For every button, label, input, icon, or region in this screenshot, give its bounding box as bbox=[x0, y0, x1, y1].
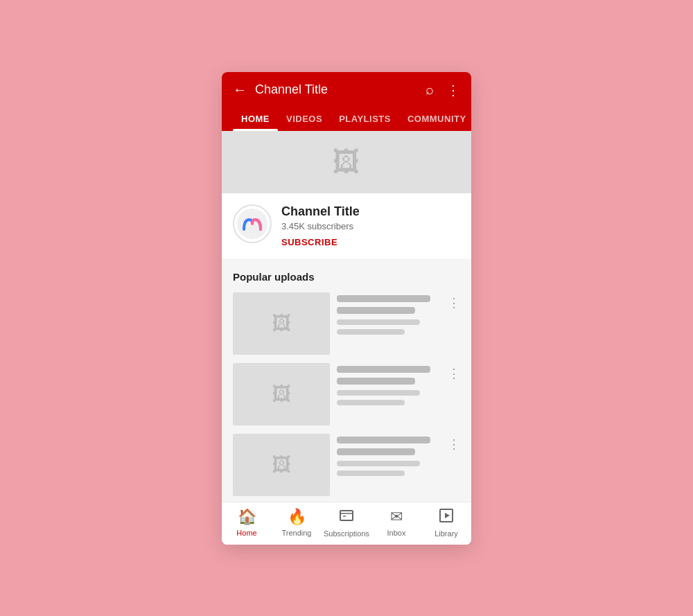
subscriptions-nav-label: Subscriptions bbox=[324, 529, 369, 538]
library-nav-label: Library bbox=[435, 529, 458, 538]
nav-item-subscriptions[interactable]: Subscriptions bbox=[322, 508, 371, 538]
video-details bbox=[337, 434, 441, 480]
channel-meta: Channel Title 3.45K subscribers SUBSCRIB… bbox=[281, 204, 460, 248]
trending-nav-label: Trending bbox=[281, 529, 311, 537]
nav-item-library[interactable]: Library bbox=[421, 508, 471, 538]
tab-home[interactable]: HOME bbox=[233, 107, 278, 131]
tab-community[interactable]: COMMUNITY bbox=[399, 107, 471, 131]
video-item[interactable]: 🖼 ⋮ bbox=[233, 434, 460, 496]
thumbnail-placeholder-icon: 🖼 bbox=[272, 312, 291, 335]
nav-item-inbox[interactable]: ✉ Inbox bbox=[371, 508, 421, 538]
phone-frame: ← Channel Title ⌕ ⋮ HOME VIDEOS PLAYLIST… bbox=[222, 72, 471, 545]
top-bar-right: ⌕ ⋮ bbox=[426, 82, 460, 98]
top-bar-left: ← Channel Title bbox=[233, 82, 328, 98]
banner-placeholder-icon: 🖼 bbox=[333, 146, 360, 177]
channel-banner: 🖼 bbox=[222, 131, 471, 193]
video-more-icon[interactable]: ⋮ bbox=[448, 366, 460, 381]
video-thumbnail: 🖼 bbox=[233, 292, 330, 355]
top-bar-channel-title: Channel Title bbox=[255, 82, 328, 97]
nav-item-home[interactable]: 🏠 Home bbox=[222, 508, 272, 538]
video-title-line-1 bbox=[337, 366, 430, 373]
top-bar: ← Channel Title ⌕ ⋮ HOME VIDEOS PLAYLIST… bbox=[222, 72, 471, 131]
video-meta-lines bbox=[337, 461, 441, 476]
video-thumbnail: 🖼 bbox=[233, 363, 330, 425]
back-icon[interactable]: ← bbox=[233, 82, 247, 98]
section-title: Popular uploads bbox=[233, 271, 460, 283]
home-icon: 🏠 bbox=[238, 508, 256, 526]
thumbnail-placeholder-icon: 🖼 bbox=[272, 382, 291, 405]
svg-rect-1 bbox=[340, 511, 353, 520]
thumbnail-placeholder-icon: 🖼 bbox=[272, 453, 291, 476]
video-meta-line-2 bbox=[337, 470, 405, 476]
video-more-icon[interactable]: ⋮ bbox=[448, 295, 460, 310]
bottom-nav: 🏠 Home 🔥 Trending Subscriptions ✉ Inbox bbox=[222, 502, 471, 545]
trending-icon: 🔥 bbox=[288, 508, 306, 526]
video-item[interactable]: 🖼 ⋮ bbox=[233, 292, 460, 355]
tab-playlists[interactable]: PLAYLISTS bbox=[331, 107, 399, 131]
inbox-icon: ✉ bbox=[390, 508, 403, 526]
video-meta-line-1 bbox=[337, 461, 420, 466]
video-meta-lines bbox=[337, 390, 441, 405]
video-meta-line-2 bbox=[337, 400, 405, 405]
video-title-line-1 bbox=[337, 437, 430, 443]
svg-marker-5 bbox=[445, 513, 450, 518]
search-icon[interactable]: ⌕ bbox=[426, 82, 434, 98]
video-details bbox=[337, 363, 441, 410]
video-more-icon[interactable]: ⋮ bbox=[448, 437, 460, 452]
subscriptions-icon bbox=[339, 508, 354, 527]
video-title-line-2 bbox=[337, 448, 415, 455]
tab-videos[interactable]: VIDEOS bbox=[278, 107, 331, 131]
content-area: Popular uploads 🖼 ⋮ bbox=[222, 260, 471, 502]
subscribers-count: 3.45K subscribers bbox=[281, 221, 460, 231]
video-meta-line-1 bbox=[337, 390, 420, 396]
video-title-line-1 bbox=[337, 295, 430, 302]
inbox-nav-label: Inbox bbox=[387, 529, 406, 537]
nav-item-trending[interactable]: 🔥 Trending bbox=[272, 508, 322, 538]
home-nav-label: Home bbox=[236, 529, 256, 537]
video-meta-line-2 bbox=[337, 329, 405, 335]
more-icon[interactable]: ⋮ bbox=[446, 82, 460, 98]
subscribe-button[interactable]: SUBSCRIBE bbox=[281, 237, 337, 247]
video-meta-line-1 bbox=[337, 319, 420, 325]
video-item[interactable]: 🖼 ⋮ bbox=[233, 363, 460, 425]
video-meta-lines bbox=[337, 319, 441, 335]
avatar bbox=[233, 204, 272, 243]
channel-info: Channel Title 3.45K subscribers SUBSCRIB… bbox=[222, 193, 471, 260]
video-list: 🖼 ⋮ 🖼 bbox=[233, 292, 460, 496]
video-thumbnail: 🖼 bbox=[233, 434, 330, 496]
channel-name: Channel Title bbox=[281, 204, 460, 219]
tabs: HOME VIDEOS PLAYLISTS COMMUNITY bbox=[233, 107, 460, 131]
video-title-line-2 bbox=[337, 307, 415, 314]
video-details bbox=[337, 292, 441, 339]
library-icon bbox=[439, 508, 454, 527]
video-title-line-2 bbox=[337, 378, 415, 385]
